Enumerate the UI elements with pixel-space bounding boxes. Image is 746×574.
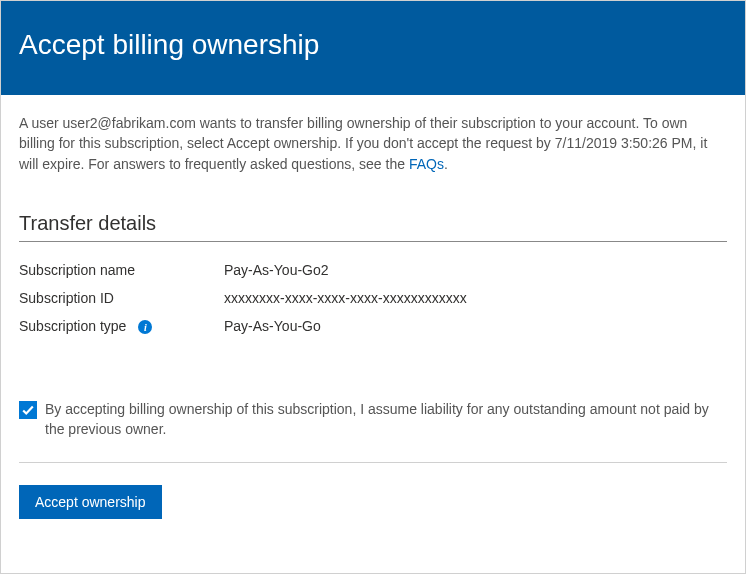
label-text: Subscription name — [19, 262, 135, 278]
content-area: A user user2@fabrikam.com wants to trans… — [1, 95, 745, 537]
page-title: Accept billing ownership — [19, 29, 727, 61]
consent-row: By accepting billing ownership of this s… — [19, 400, 727, 462]
table-row: Subscription name Pay-As-You-Go2 — [19, 256, 727, 284]
intro-before: A user user2@fabrikam.com wants to trans… — [19, 115, 707, 172]
subscription-name-value: Pay-As-You-Go2 — [224, 256, 727, 284]
subscription-type-value: Pay-As-You-Go — [224, 312, 727, 341]
consent-text: By accepting billing ownership of this s… — [45, 400, 727, 439]
label-text: Subscription ID — [19, 290, 114, 306]
transfer-details-table: Subscription name Pay-As-You-Go2 Subscri… — [19, 256, 727, 341]
accept-ownership-button[interactable]: Accept ownership — [19, 485, 162, 519]
intro-after: . — [444, 156, 448, 172]
table-row: Subscription type i Pay-As-You-Go — [19, 312, 727, 341]
faqs-link[interactable]: FAQs — [409, 156, 444, 172]
check-icon — [21, 403, 35, 417]
page-header: Accept billing ownership — [1, 1, 745, 95]
label-text: Subscription type — [19, 318, 126, 334]
subscription-id-label: Subscription ID — [19, 284, 224, 312]
consent-checkbox[interactable] — [19, 401, 37, 419]
transfer-details-heading: Transfer details — [19, 212, 727, 242]
subscription-type-label: Subscription type i — [19, 312, 224, 341]
intro-text: A user user2@fabrikam.com wants to trans… — [19, 113, 727, 174]
table-row: Subscription ID xxxxxxxx-xxxx-xxxx-xxxx-… — [19, 284, 727, 312]
subscription-id-value: xxxxxxxx-xxxx-xxxx-xxxx-xxxxxxxxxxxx — [224, 284, 727, 312]
subscription-name-label: Subscription name — [19, 256, 224, 284]
info-icon[interactable]: i — [138, 320, 152, 334]
